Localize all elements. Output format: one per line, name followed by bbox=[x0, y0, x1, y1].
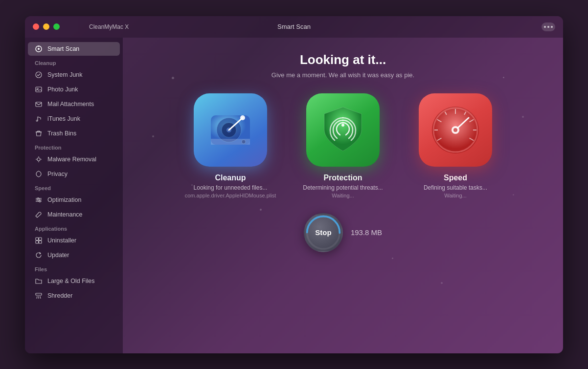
sidebar-item-uninstaller[interactable]: Uninstaller bbox=[28, 234, 120, 247]
sidebar-item-trash-bins[interactable]: Trash Bins bbox=[28, 127, 120, 140]
content-area: Smart Scan Cleanup System Junk bbox=[25, 38, 563, 353]
sidebar-item-maintenance[interactable]: Maintenance bbox=[28, 208, 120, 221]
smart-scan-label: Smart Scan bbox=[47, 45, 79, 52]
section-label-applications: Applications bbox=[25, 222, 123, 233]
section-label-speed: Speed bbox=[25, 181, 123, 193]
shredder-label: Shredder bbox=[47, 292, 72, 299]
speed-card-title: Speed bbox=[444, 174, 467, 182]
photo-junk-label: Photo Junk bbox=[47, 86, 78, 93]
speed-card-detail: Waiting... bbox=[444, 193, 466, 198]
sidebar-item-itunes-junk[interactable]: iTunes Junk bbox=[28, 112, 120, 126]
titlebar: CleanMyMac X Smart Scan bbox=[25, 16, 563, 38]
uninstaller-label: Uninstaller bbox=[47, 237, 76, 244]
system-junk-icon bbox=[35, 71, 43, 79]
maintenance-icon bbox=[35, 211, 43, 218]
app-title: CleanMyMac X bbox=[89, 23, 129, 30]
svg-rect-23 bbox=[36, 238, 39, 240]
photo-junk-icon bbox=[35, 86, 43, 93]
svg-rect-26 bbox=[39, 240, 42, 243]
more-options-button[interactable] bbox=[542, 22, 555, 31]
stop-button[interactable]: Stop bbox=[304, 213, 343, 252]
section-label-cleanup: Cleanup bbox=[25, 56, 123, 67]
protection-card-title: Protection bbox=[323, 174, 362, 182]
malware-icon bbox=[35, 155, 43, 163]
speed-card-status: Defining suitable tasks... bbox=[424, 184, 487, 191]
sidebar-item-system-junk[interactable]: System Junk bbox=[28, 68, 120, 82]
malware-removal-label: Malware Removal bbox=[47, 156, 96, 163]
sidebar-item-privacy[interactable]: Privacy bbox=[28, 167, 120, 181]
sidebar-item-photo-junk[interactable]: Photo Junk bbox=[28, 83, 120, 96]
svg-rect-27 bbox=[36, 293, 42, 295]
svg-line-28 bbox=[37, 296, 37, 299]
main-subheading: Give me a moment. We all wish it was eas… bbox=[271, 71, 414, 79]
cleanup-icon-wrap bbox=[194, 93, 267, 167]
updater-icon bbox=[35, 251, 43, 259]
trash-bins-label: Trash Bins bbox=[47, 130, 76, 137]
svg-point-38 bbox=[242, 140, 246, 144]
mail-attachments-label: Mail Attachments bbox=[47, 101, 94, 108]
stop-size-value: 193.8 MB bbox=[351, 228, 382, 237]
protection-icon-wrap bbox=[306, 93, 380, 167]
smart-scan-icon bbox=[35, 45, 43, 53]
cleanup-card-title: Cleanup bbox=[215, 174, 246, 182]
large-old-files-label: Large & Old Files bbox=[47, 278, 95, 284]
system-junk-label: System Junk bbox=[47, 71, 83, 78]
close-button[interactable] bbox=[33, 23, 39, 30]
main-heading: Looking at it... bbox=[300, 52, 386, 67]
svg-line-30 bbox=[40, 296, 41, 299]
sidebar-item-smart-scan[interactable]: Smart Scan bbox=[28, 42, 120, 56]
protection-card-status: Determining potential threats... bbox=[303, 184, 383, 191]
sidebar-item-optimization[interactable]: Optimization bbox=[28, 193, 120, 207]
svg-rect-24 bbox=[39, 238, 42, 240]
mail-icon bbox=[35, 100, 43, 108]
cleanup-card-detail: com.apple.driver.AppleHIDMouse.plist bbox=[185, 193, 276, 198]
card-speed: Speed Defining suitable tasks... Waiting… bbox=[407, 93, 504, 198]
updater-label: Updater bbox=[47, 252, 69, 259]
itunes-icon bbox=[35, 115, 43, 123]
sidebar-item-malware-removal[interactable]: Malware Removal bbox=[28, 152, 120, 166]
optimization-icon bbox=[35, 196, 43, 204]
cleanup-card-status: Looking for unneeded files... bbox=[194, 184, 268, 191]
optimization-label: Optimization bbox=[47, 196, 81, 203]
svg-point-53 bbox=[453, 128, 457, 132]
svg-point-36 bbox=[240, 115, 245, 120]
sidebar: Smart Scan Cleanup System Junk bbox=[25, 38, 123, 353]
svg-point-18 bbox=[38, 197, 39, 199]
traffic-lights bbox=[33, 23, 60, 30]
shredder-icon bbox=[35, 292, 43, 300]
svg-point-1 bbox=[38, 48, 40, 50]
sidebar-item-large-old-files[interactable]: Large & Old Files bbox=[28, 274, 120, 288]
svg-rect-25 bbox=[36, 240, 39, 243]
maximize-button[interactable] bbox=[53, 23, 60, 30]
privacy-icon bbox=[35, 170, 43, 178]
section-label-files: Files bbox=[25, 262, 123, 274]
sidebar-item-shredder[interactable]: Shredder bbox=[28, 289, 120, 303]
uninstaller-icon bbox=[35, 237, 43, 244]
section-label-protection: Protection bbox=[25, 141, 123, 152]
speed-icon-wrap bbox=[419, 93, 492, 167]
window-title: Smart Scan bbox=[277, 23, 311, 30]
stop-button-row: Stop 193.8 MB bbox=[304, 213, 382, 252]
minimize-button[interactable] bbox=[43, 23, 49, 30]
large-files-icon bbox=[35, 277, 43, 285]
svg-point-3 bbox=[36, 72, 42, 78]
svg-point-21 bbox=[39, 200, 41, 202]
app-window: CleanMyMac X Smart Scan Smart Scan Clean bbox=[25, 16, 563, 353]
svg-rect-6 bbox=[36, 102, 42, 107]
sidebar-item-updater[interactable]: Updater bbox=[28, 248, 120, 262]
protection-card-detail: Waiting... bbox=[332, 193, 354, 198]
card-cleanup: Cleanup Looking for unneeded files... co… bbox=[181, 93, 279, 198]
maintenance-label: Maintenance bbox=[47, 211, 83, 218]
card-protection: Protection Determining potential threats… bbox=[294, 93, 392, 198]
sidebar-item-mail-attachments[interactable]: Mail Attachments bbox=[28, 97, 120, 111]
privacy-label: Privacy bbox=[47, 171, 68, 177]
cards-row: Cleanup Looking for unneeded files... co… bbox=[181, 93, 504, 198]
svg-point-9 bbox=[37, 158, 40, 161]
svg-point-39 bbox=[341, 124, 344, 127]
svg-point-7 bbox=[36, 120, 38, 121]
main-content: Looking at it... Give me a moment. We al… bbox=[123, 38, 563, 353]
trash-icon bbox=[35, 130, 43, 137]
itunes-junk-label: iTunes Junk bbox=[47, 115, 80, 122]
